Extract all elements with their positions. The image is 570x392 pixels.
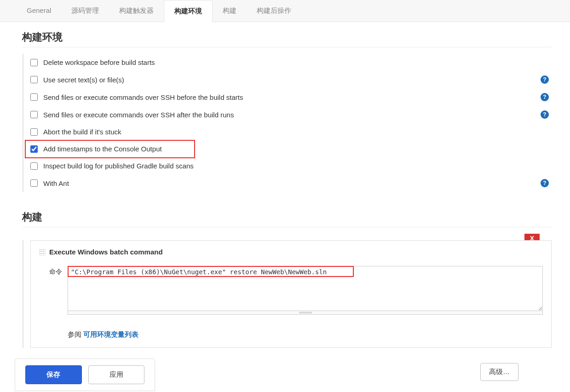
- option-checkbox-7[interactable]: [30, 179, 38, 187]
- option-row-4: Abort the build if it's stuck: [30, 123, 552, 140]
- build-step-title: Execute Windows batch command: [49, 248, 163, 256]
- option-row-6: Inspect build log for published Gradle b…: [30, 157, 552, 174]
- reference-prefix: 参阅: [68, 330, 83, 338]
- option-label-6: Inspect build log for published Gradle b…: [43, 162, 552, 170]
- resize-grip[interactable]: [68, 311, 543, 315]
- option-checkbox-3[interactable]: [30, 111, 38, 118]
- option-row-5: Add timestamps to the Console Output: [30, 140, 552, 157]
- help-icon[interactable]: ?: [541, 75, 549, 84]
- option-row-0: Delete workspace before build starts: [30, 54, 552, 71]
- help-icon[interactable]: ?: [541, 93, 549, 101]
- tabs-bar: General源码管理构建触发器构建环境构建构建后操作: [0, 0, 570, 22]
- option-checkbox-0[interactable]: [30, 59, 38, 66]
- section-title-build-env: 构建环境: [22, 30, 552, 47]
- command-label: 命令: [39, 266, 62, 276]
- tab-1[interactable]: 源码管理: [61, 0, 109, 22]
- option-label-7: With Ant: [43, 179, 541, 187]
- save-button[interactable]: 保存: [25, 365, 82, 384]
- footer-bar: 保存 应用: [15, 358, 155, 391]
- option-checkbox-5[interactable]: [30, 145, 38, 153]
- section-title-build: 构建: [22, 210, 552, 227]
- tab-4[interactable]: 构建: [213, 0, 247, 22]
- option-label-0: Delete workspace before build starts: [43, 58, 552, 66]
- option-checkbox-4[interactable]: [30, 128, 38, 136]
- option-label-4: Abort the build if it's stuck: [43, 128, 552, 136]
- option-label-2: Send files or execute commands over SSH …: [43, 93, 541, 101]
- reference-line: 参阅 可用环境变量列表: [39, 330, 543, 339]
- option-checkbox-2[interactable]: [30, 93, 38, 101]
- advanced-button[interactable]: 高级…: [480, 363, 518, 381]
- command-wrap: [68, 266, 543, 315]
- build-step-block: X ? Execute Windows batch command 命令 参阅 …: [22, 240, 552, 348]
- drag-handle-icon[interactable]: [39, 249, 46, 255]
- option-row-2: Send files or execute commands over SSH …: [30, 88, 552, 106]
- build-step-inner: Execute Windows batch command 命令 参阅 可用环境…: [30, 240, 552, 348]
- tab-2[interactable]: 构建触发器: [109, 0, 164, 22]
- command-textarea[interactable]: [68, 266, 543, 311]
- option-checkbox-1[interactable]: [30, 76, 38, 83]
- help-icon[interactable]: ?: [541, 179, 549, 187]
- option-label-5: Add timestamps to the Console Output: [43, 145, 552, 153]
- option-checkbox-6[interactable]: [30, 162, 38, 170]
- tab-0[interactable]: General: [17, 0, 61, 22]
- content-area: 构建环境 Delete workspace before build start…: [0, 22, 570, 392]
- env-vars-link[interactable]: 可用环境变量列表: [83, 330, 138, 338]
- apply-button[interactable]: 应用: [88, 365, 145, 384]
- option-label-1: Use secret text(s) or file(s): [43, 76, 541, 84]
- tab-3[interactable]: 构建环境: [164, 0, 213, 22]
- option-label-3: Send files or execute commands over SSH …: [43, 111, 541, 119]
- option-row-1: Use secret text(s) or file(s)?: [30, 71, 552, 88]
- build-step-header: Execute Windows batch command: [39, 248, 543, 256]
- command-row: 命令: [39, 266, 543, 315]
- option-row-7: With Ant?: [30, 174, 552, 192]
- help-icon[interactable]: ?: [541, 110, 549, 119]
- tab-5[interactable]: 构建后操作: [247, 0, 301, 22]
- build-env-options: Delete workspace before build startsUse …: [22, 54, 552, 192]
- option-row-3: Send files or execute commands over SSH …: [30, 106, 552, 123]
